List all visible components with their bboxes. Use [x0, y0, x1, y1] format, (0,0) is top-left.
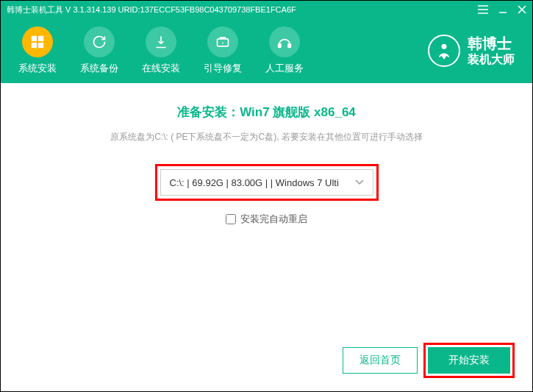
- nav-online-install[interactable]: 在线安装: [142, 26, 180, 75]
- svg-rect-3: [38, 43, 43, 48]
- nav-boot-repair[interactable]: 引导修复: [204, 26, 242, 75]
- install-icon: [22, 26, 53, 57]
- logo-text-sub: 装机大师: [468, 52, 515, 66]
- backup-icon: [84, 26, 115, 57]
- svg-rect-1: [38, 36, 43, 41]
- auto-restart-checkbox[interactable]: [226, 214, 236, 224]
- nav-label: 引导修复: [204, 62, 242, 75]
- menu-icon[interactable]: [478, 5, 488, 14]
- close-icon[interactable]: [518, 5, 526, 14]
- nav-label: 在线安装: [142, 62, 180, 75]
- drive-select-value: C:\: | 69.92G | 83.00G | | Windows 7 Ult…: [170, 177, 355, 188]
- start-install-button[interactable]: 开始安装: [428, 347, 510, 374]
- auto-restart-label: 安装完自动重启: [240, 213, 307, 226]
- nav-label: 系统备份: [80, 62, 118, 75]
- chevron-down-icon: [355, 177, 364, 188]
- svg-rect-6: [288, 44, 290, 48]
- drive-select[interactable]: C:\: | 69.92G | 83.00G | | Windows 7 Ult…: [160, 169, 373, 196]
- svg-rect-4: [218, 39, 229, 46]
- svg-rect-2: [32, 43, 37, 48]
- repair-icon: [207, 26, 238, 57]
- svg-point-7: [442, 44, 447, 49]
- svg-rect-0: [32, 36, 37, 41]
- titlebar-text: 韩博士装机工具 V 3.1.314.139 URID:137ECCF53FB98…: [7, 4, 478, 15]
- nav-label: 人工服务: [265, 62, 304, 75]
- install-title: 准备安装：Win7 旗舰版 x86_64: [1, 104, 532, 121]
- logo-icon: [428, 35, 460, 67]
- service-icon: [269, 26, 300, 57]
- minimize-icon[interactable]: [498, 5, 507, 14]
- back-button[interactable]: 返回首页: [343, 347, 418, 374]
- download-icon: [146, 26, 176, 57]
- logo: 韩博士 装机大师: [428, 35, 515, 67]
- start-install-highlight: 开始安装: [423, 343, 515, 378]
- nav-label: 系统安装: [18, 62, 57, 75]
- logo-text-main: 韩博士: [468, 35, 515, 52]
- nav-manual-service[interactable]: 人工服务: [265, 26, 304, 75]
- nav-system-install[interactable]: 系统安装: [18, 26, 57, 75]
- drive-select-highlight: C:\: | 69.92G | 83.00G | | Windows 7 Ult…: [155, 164, 379, 201]
- hint-text: 原系统盘为C:\: ( PE下系统盘不一定为C盘), 若要安装在其他位置可进行手…: [1, 131, 532, 143]
- svg-rect-5: [279, 44, 281, 48]
- nav-system-backup[interactable]: 系统备份: [80, 26, 118, 75]
